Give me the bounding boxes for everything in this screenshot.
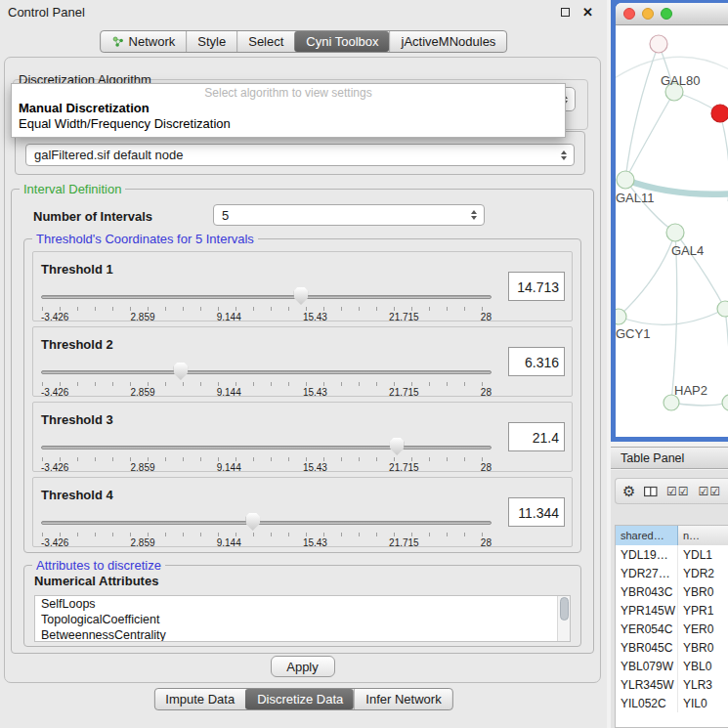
- list-item[interactable]: BetweennessCentrality: [35, 627, 570, 642]
- table-panel-header[interactable]: Table Panel: [611, 447, 728, 469]
- scale-tick-label: 28: [481, 312, 492, 322]
- threshold-slider[interactable]: -3.426 2.859 9.144 15.43 21.715 28: [41, 517, 492, 548]
- slider-thumb[interactable]: [390, 438, 405, 455]
- algorithm-dropdown-popup: Select algorithm to view settings Manual…: [11, 83, 566, 138]
- cell-shared-name[interactable]: YPR145W: [616, 601, 678, 620]
- tab-impute-label: Impute Data: [165, 692, 235, 707]
- cell-shared-name[interactable]: YER054C: [616, 620, 678, 638]
- table-row[interactable]: YBR043C YBR0: [616, 582, 728, 601]
- attributes-group-legend: Attributes to discretize: [32, 558, 165, 573]
- network-node[interactable]: [666, 224, 684, 241]
- columns-icon[interactable]: [644, 486, 658, 497]
- table-header-row: shared… n…: [616, 526, 728, 545]
- panel-title: Control Panel: [8, 5, 85, 20]
- table-row[interactable]: YDR27… YDR2: [616, 564, 728, 582]
- scale-tick-label: 21.715: [389, 537, 419, 548]
- scale-tick-label: 15.43: [303, 387, 327, 398]
- cell-name[interactable]: YPR1: [678, 601, 728, 620]
- tab-style[interactable]: Style: [186, 31, 236, 52]
- scrollbar-thumb[interactable]: [560, 597, 569, 621]
- combo-stepper-icon: [561, 150, 567, 160]
- cell-name[interactable]: YBL0: [678, 657, 728, 675]
- threshold-slider[interactable]: -3.426 2.859 9.144 15.43 21.715 28: [41, 442, 492, 473]
- cell-name[interactable]: YDL1: [678, 545, 728, 564]
- tab-cyni-label: Cyni Toolbox: [306, 34, 378, 49]
- network-node[interactable]: [616, 309, 626, 324]
- cell-shared-name[interactable]: YIL052C: [616, 694, 678, 712]
- table-row[interactable]: YBR045C YBR0: [616, 638, 728, 657]
- slider-track[interactable]: [41, 370, 492, 374]
- column-header-shared-name[interactable]: shared…: [616, 526, 678, 545]
- table-row[interactable]: YPR145W YPR1: [616, 601, 728, 620]
- tab-impute-data[interactable]: Impute Data: [154, 689, 245, 709]
- tab-jactivemnodules[interactable]: jActiveMNodules: [390, 31, 507, 52]
- slider-scale: -3.426 2.859 9.144 15.43 21.715 28: [41, 537, 492, 548]
- cell-name[interactable]: YLR3: [678, 675, 728, 694]
- cell-shared-name[interactable]: YBR045C: [616, 638, 678, 657]
- threshold-value-field[interactable]: 11.344: [508, 497, 565, 527]
- cell-name[interactable]: YER0: [678, 620, 728, 638]
- tab-infer-network[interactable]: Infer Network: [354, 689, 451, 709]
- float-window-icon[interactable]: [561, 8, 570, 17]
- cell-name[interactable]: YBR0: [678, 582, 728, 601]
- minimize-traffic-light[interactable]: [642, 8, 654, 20]
- network-node[interactable]: [617, 171, 634, 189]
- slider-ticks: [42, 533, 491, 536]
- cell-shared-name[interactable]: YDR27…: [616, 564, 678, 582]
- network-node[interactable]: [650, 35, 667, 53]
- threshold-panel: Threshold 2 -3.426 2.859 9.144 15.43: [32, 326, 573, 397]
- slider-thumb[interactable]: [293, 287, 308, 305]
- slider-thumb[interactable]: [245, 513, 260, 531]
- slider-scale: -3.426 2.859 9.144 15.43 21.715 28: [41, 312, 492, 322]
- close-traffic-light[interactable]: [623, 8, 635, 20]
- list-scrollbar[interactable]: [557, 596, 570, 641]
- threshold-value-field[interactable]: 21.4: [508, 422, 565, 451]
- slider-track[interactable]: [41, 521, 492, 525]
- number-of-intervals-combobox[interactable]: 5: [213, 204, 485, 226]
- network-node[interactable]: [717, 301, 728, 317]
- slider-track[interactable]: [41, 446, 492, 450]
- cell-shared-name[interactable]: YLR345W: [616, 675, 678, 694]
- close-icon[interactable]: ✕: [582, 5, 593, 20]
- cell-name[interactable]: YBR0: [678, 638, 728, 657]
- column-header-name[interactable]: n…: [678, 526, 728, 545]
- threshold-slider[interactable]: -3.426 2.859 9.144 15.43 21.715 28: [41, 366, 492, 398]
- zoom-traffic-light[interactable]: [661, 8, 672, 20]
- cell-shared-name[interactable]: YBR043C: [616, 582, 678, 601]
- apply-button[interactable]: Apply: [271, 656, 335, 677]
- table-row[interactable]: YLR345W YLR3: [616, 675, 728, 694]
- dropdown-option-manual[interactable]: Manual Discretization: [12, 101, 565, 116]
- tab-network[interactable]: Network: [101, 31, 187, 52]
- tab-select[interactable]: Select: [236, 31, 294, 52]
- threshold-slider[interactable]: -3.426 2.859 9.144 15.43 21.715 28: [41, 291, 492, 322]
- network-node[interactable]: [722, 395, 728, 410]
- gear-icon[interactable]: ⚙: [622, 484, 635, 498]
- list-item[interactable]: SelfLoops: [35, 596, 570, 612]
- tab-discretize-data[interactable]: Discretize Data: [245, 689, 354, 709]
- table-row[interactable]: YBL079W YBL0: [616, 657, 728, 675]
- slider-thumb[interactable]: [173, 363, 188, 380]
- tab-cyni-toolbox[interactable]: Cyni Toolbox: [294, 31, 389, 52]
- table-row[interactable]: YIL052C YIL0: [616, 694, 728, 712]
- cell-name[interactable]: YIL0: [678, 694, 728, 712]
- select-none-checkbox-icon[interactable]: ☑☑: [698, 486, 721, 497]
- slider-track[interactable]: [41, 295, 492, 299]
- select-all-checkbox-icon[interactable]: ☑☑: [666, 486, 690, 497]
- scale-tick-label: 28: [481, 387, 492, 398]
- table-data-combobox[interactable]: galFiltered.sif default node: [25, 144, 575, 166]
- cell-shared-name[interactable]: YDL19…: [616, 545, 678, 564]
- table-data-selected-value: galFiltered.sif default node: [34, 148, 183, 162]
- number-of-intervals-value: 5: [222, 208, 229, 223]
- list-item[interactable]: TopologicalCoefficient: [35, 612, 570, 627]
- dropdown-option-equal-width[interactable]: Equal Width/Frequency Discretization: [12, 116, 565, 132]
- threshold-value-field[interactable]: 6.316: [508, 347, 565, 376]
- table-row[interactable]: YDL19… YDL1: [616, 545, 728, 564]
- network-canvas[interactable]: GAL80 GAL11 GAL4 GCY1 HAP2: [616, 25, 728, 437]
- threshold-value-field[interactable]: 14.713: [508, 272, 565, 301]
- top-tabbar: Network Style Select Cyni Toolbox jActiv…: [100, 30, 508, 53]
- cell-shared-name[interactable]: YBL079W: [616, 657, 678, 675]
- cell-name[interactable]: YDR2: [678, 564, 728, 582]
- thresholds-group-legend: Threshold's Coordinates for 5 Intervals: [32, 232, 258, 246]
- network-node-selected[interactable]: [711, 105, 728, 122]
- table-row[interactable]: YER054C YER0: [616, 620, 728, 638]
